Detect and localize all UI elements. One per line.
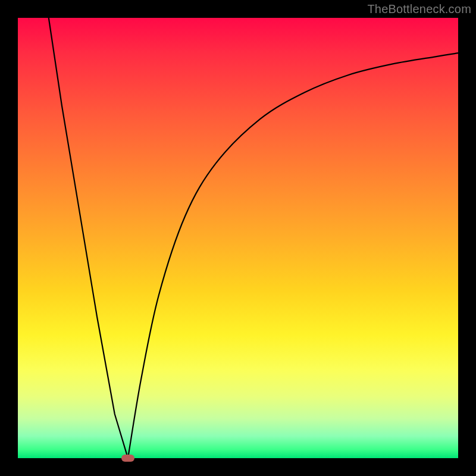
plot-area: [18, 18, 458, 458]
chart-frame: TheBottleneck.com: [0, 0, 476, 476]
curve-left-branch: [49, 18, 128, 458]
curve-right-branch: [128, 53, 458, 458]
curve-layer: [18, 18, 458, 458]
watermark-label: TheBottleneck.com: [367, 2, 471, 16]
minimum-marker: [121, 455, 134, 462]
